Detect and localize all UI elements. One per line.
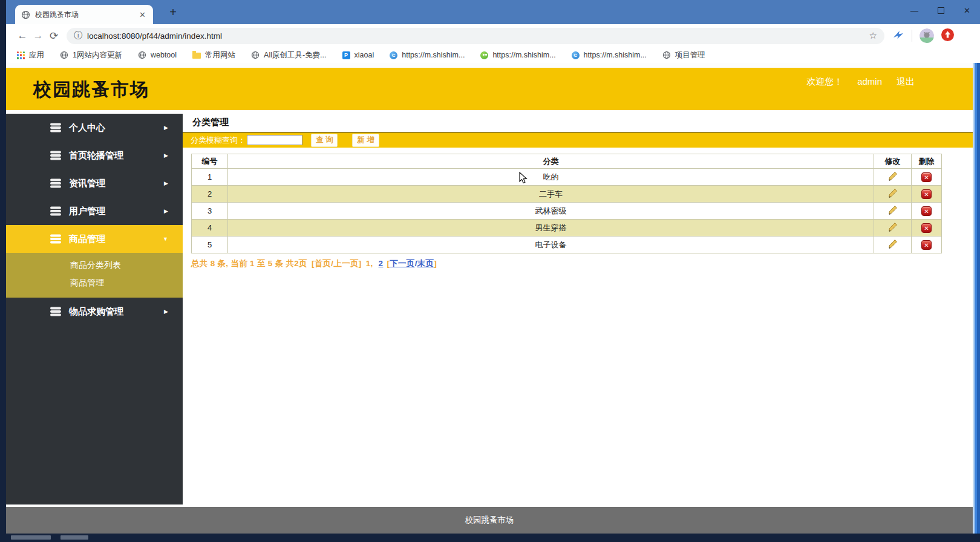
bookmark-apps[interactable]: 应用	[17, 50, 44, 60]
url-bar[interactable]: ⓘ localhost:8080/pf44/admin/index.html ☆	[67, 28, 884, 44]
bookmark-item[interactable]: C https://m.shishim...	[572, 51, 647, 59]
bird-extension-icon[interactable]	[893, 30, 904, 42]
refresh-icon[interactable]: ⟳	[46, 30, 62, 42]
sidebar-item-carousel[interactable]: 首页轮播管理 ▶	[6, 142, 183, 169]
col-category: 分类	[228, 154, 874, 169]
sidebar-item-users[interactable]: 用户管理 ▶	[6, 197, 183, 225]
pagination-first-prev: [首页/上一页]	[312, 259, 362, 268]
edit-pencil-icon[interactable]	[888, 222, 898, 233]
bookmark-item[interactable]: 1网站内容更新	[60, 50, 122, 60]
bookmark-label: 常用网站	[205, 50, 235, 60]
sidebar-item-personal-center[interactable]: 个人中心 ▶	[6, 114, 183, 142]
sidebar-item-news[interactable]: 资讯管理 ▶	[6, 169, 183, 197]
url-text: localhost:8080/pf44/admin/index.html	[87, 31, 869, 41]
apps-grid-icon	[17, 51, 25, 59]
site-title: 校园跳蚤市场	[33, 77, 149, 102]
back-icon[interactable]: ←	[15, 30, 30, 42]
table-row: 5 电子设备 ✕	[192, 237, 942, 253]
pagination-next-link[interactable]: 下一页	[390, 259, 414, 268]
bookmark-item[interactable]: 项目管理	[662, 50, 705, 60]
col-delete: 删除	[912, 154, 942, 169]
bookmark-item[interactable]: webtool	[138, 51, 177, 59]
close-button[interactable]: ✕	[964, 7, 970, 15]
sidebar-item-wanted[interactable]: 物品求购管理 ▶	[6, 298, 183, 325]
delete-icon[interactable]: ✕	[921, 240, 932, 250]
layers-icon	[50, 234, 62, 244]
submenu-item-category-list[interactable]: 商品分类列表	[6, 256, 183, 274]
pagination-summary: 总共 8 条, 当前 1 至 5 条 共2页	[191, 259, 307, 268]
delete-icon[interactable]: ✕	[921, 172, 932, 182]
submenu-item-product-manage[interactable]: 商品管理	[6, 274, 183, 292]
bookmark-star-icon[interactable]: ☆	[869, 30, 877, 41]
red-extension-icon[interactable]	[941, 28, 954, 44]
category-search-input[interactable]	[247, 135, 302, 145]
table-row: 2 二手车 ✕	[192, 186, 942, 203]
add-button[interactable]: 新 增	[352, 134, 379, 147]
window-controls: — ✕	[910, 0, 970, 21]
edit-pencil-icon[interactable]	[888, 239, 898, 250]
bookmark-item[interactable]: C https://m.shishim...	[390, 51, 465, 59]
tab-close-icon[interactable]: ✕	[138, 10, 147, 19]
bookmark-item[interactable]: https://m.shishim...	[480, 51, 555, 59]
layers-icon	[50, 151, 62, 160]
toolbar-divider	[912, 30, 912, 42]
maximize-button[interactable]	[938, 7, 944, 14]
browser-tabstrip: 校园跳蚤市场 ✕ + — ✕	[6, 0, 980, 24]
col-id: 编号	[192, 154, 228, 169]
pagination-page-2-link[interactable]: 2	[379, 259, 384, 268]
browser-tab[interactable]: 校园跳蚤市场 ✕	[15, 5, 153, 24]
bookmark-label: 项目管理	[675, 50, 705, 60]
edit-pencil-icon[interactable]	[888, 188, 898, 200]
products-submenu: 商品分类列表 商品管理	[6, 253, 183, 298]
sidebar: 个人中心 ▶ 首页轮播管理 ▶ 资讯管理 ▶ 用户管理 ▶ 商品管理 ▼ 商品分…	[6, 114, 183, 504]
delete-icon[interactable]: ✕	[921, 223, 932, 233]
browser-toolbar: ← → ⟳ ⓘ localhost:8080/pf44/admin/index.…	[6, 24, 980, 47]
bookmark-item[interactable]: P xiaoai	[342, 51, 374, 59]
sidebar-item-products[interactable]: 商品管理 ▼	[6, 225, 183, 253]
mouse-cursor	[519, 172, 530, 184]
query-button[interactable]: 查 询	[311, 134, 338, 147]
search-bar: 分类模糊查询： 查 询 新 增	[183, 132, 973, 148]
logout-link[interactable]: 退出	[897, 76, 915, 88]
bookmark-item[interactable]: All原创工具-免费...	[251, 50, 326, 60]
edit-pencil-icon[interactable]	[888, 205, 898, 217]
search-label: 分类模糊查询：	[191, 135, 246, 146]
welcome-text: 欢迎您！	[806, 76, 843, 88]
page-info-icon[interactable]: ⓘ	[74, 30, 82, 41]
forward-icon[interactable]: →	[30, 30, 46, 42]
chevron-down-icon: ▼	[163, 236, 168, 242]
delete-icon[interactable]: ✕	[921, 189, 932, 199]
pagination-last-link[interactable]: 末页	[417, 259, 434, 268]
chevron-right-icon: ▶	[164, 125, 168, 131]
bookmark-item[interactable]: 常用网站	[192, 50, 235, 60]
bookmark-label: All原创工具-免费...	[264, 50, 326, 60]
layers-icon	[50, 178, 62, 188]
layers-icon	[50, 206, 62, 216]
bookmark-label: https://m.shishim...	[402, 51, 465, 59]
bookmark-label: https://m.shishim...	[492, 51, 555, 59]
col-edit: 修改	[874, 154, 912, 169]
globe-icon	[138, 51, 146, 59]
edit-pencil-icon[interactable]	[888, 171, 898, 183]
bookmarks-bar: 应用 1网站内容更新 webtool 常用网站 All原创工具-免费... P …	[6, 47, 980, 64]
pagination-current-page: 1,	[366, 259, 373, 268]
table-row: 3 武林密级 ✕	[192, 203, 942, 220]
category-table: 编号 分类 修改 删除 1 吃的 ✕ 2 二手车 ✕	[191, 154, 942, 253]
bookmark-label: webtool	[151, 51, 177, 59]
globe-icon	[60, 51, 68, 59]
bookmark-label: 1网站内容更新	[73, 50, 122, 60]
globe-icon	[251, 51, 260, 59]
desktop-edge-strip	[973, 63, 980, 534]
layers-icon	[50, 307, 62, 316]
profile-avatar[interactable]	[920, 28, 934, 43]
minimize-button[interactable]: —	[910, 7, 918, 15]
blue-circle-icon: C	[390, 51, 397, 59]
user-area: 欢迎您！ admin 退出	[806, 76, 915, 88]
page-body: 校园跳蚤市场 欢迎您！ admin 退出 个人中心 ▶ 首页轮播管理 ▶ 资讯管…	[6, 63, 973, 534]
table-header-row: 编号 分类 修改 删除	[192, 154, 942, 169]
username-text: admin	[857, 76, 882, 88]
new-tab-button[interactable]: +	[165, 4, 181, 21]
bookmark-label: https://m.shishim...	[584, 51, 647, 59]
delete-icon[interactable]: ✕	[921, 206, 932, 216]
green-circle-icon	[480, 51, 488, 59]
